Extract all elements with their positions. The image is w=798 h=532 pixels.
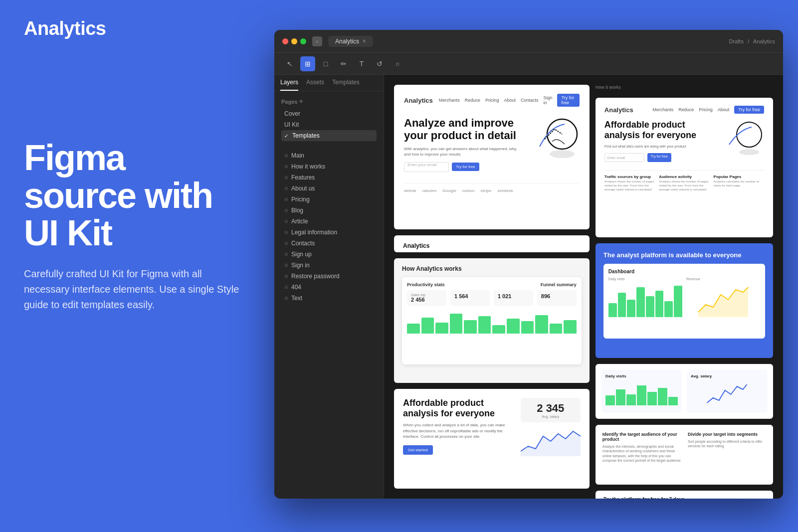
layer-pricing[interactable]: ⊞ Pricing — [281, 194, 377, 205]
divide-title: Divide your target into segments — [688, 432, 766, 437]
close-dot[interactable] — [282, 38, 288, 44]
page-templates[interactable]: ✓ Templates — [281, 130, 377, 141]
email-input[interactable]: Enter your email — [404, 162, 449, 172]
right-hero-card: Analytics Merchants Reduce Pricing About… — [596, 98, 773, 237]
pmbar-3 — [627, 300, 635, 317]
maximize-dot[interactable] — [300, 38, 306, 44]
page-cover[interactable]: Cover — [281, 108, 377, 119]
features-content: Analytics Traffic sources by group Infor… — [394, 235, 590, 252]
pen-tool[interactable]: ✏ — [336, 56, 351, 71]
salary-svg — [691, 380, 763, 405]
logo-google: Google — [442, 188, 456, 193]
grid-icon-11: ⊞ — [284, 263, 288, 268]
stat-1: Sales top 2 456 — [407, 290, 446, 306]
stat-2: 1 564 — [450, 290, 490, 306]
layer-contacts[interactable]: ⊞ Contacts — [281, 238, 377, 249]
mf3-desc: Analytics calculates the number of views… — [714, 180, 764, 188]
layer-signin[interactable]: ⊞ Sign in — [281, 260, 377, 271]
bar-12 — [564, 320, 577, 334]
tab-templates[interactable]: Templates — [332, 79, 360, 91]
layer-contacts-label: Contacts — [291, 240, 315, 247]
preview-column-left: Analytics Merchants Reduce Pricing About… — [394, 85, 590, 489]
scbar-7 — [668, 397, 678, 406]
mf3-title: Popular Pages — [714, 175, 764, 179]
right-try-btn[interactable]: Try for free — [647, 153, 671, 162]
figma-tab[interactable]: Analytics ✕ — [328, 36, 373, 47]
try-button[interactable]: Try for free — [452, 163, 479, 171]
layer-legal-label: Legal information — [291, 229, 337, 236]
pmbar-2 — [618, 293, 626, 317]
analytics-breadcrumb: Analytics — [753, 38, 775, 44]
tab-layers[interactable]: Layers — [280, 79, 298, 91]
layer-how-it-works[interactable]: ⊞ How it works — [281, 161, 377, 172]
right-hero-sub: Find out what sites users are doing with… — [604, 144, 718, 149]
platform-card: The analyst platform is available to eve… — [596, 243, 773, 358]
svg-point-2 — [737, 122, 762, 147]
bar-6 — [478, 316, 491, 334]
preview-features-card: Analytics Traffic sources by group Infor… — [394, 235, 590, 252]
mini-feat-3: Popular Pages Analytics calculates the n… — [714, 175, 764, 191]
platform-bars-row: Daily visits — [608, 277, 760, 327]
tab-label: Analytics — [335, 38, 359, 45]
move-tool[interactable]: ↖ — [282, 56, 297, 71]
sc-daily-title: Daily visits — [605, 374, 678, 378]
layer-features-label: Features — [291, 174, 315, 181]
right-hero-inner: Analytics Merchants Reduce Pricing About… — [596, 98, 773, 200]
affordable-inner: Affordable product analysis for everyone… — [394, 389, 590, 489]
divide-desc: Sort people according to different crite… — [688, 439, 766, 449]
pmbar-1 — [608, 303, 617, 317]
hand-tool[interactable]: ↺ — [372, 56, 387, 71]
layer-article[interactable]: ⊞ Article — [281, 216, 377, 227]
layer-about[interactable]: ⊞ About us — [281, 183, 377, 194]
layer-features[interactable]: ⊞ Features — [281, 172, 377, 183]
bar-11 — [550, 324, 563, 334]
card-logo: Analytics — [404, 97, 433, 104]
right-hero-heading: Affordable product analysis for everyone — [604, 120, 718, 140]
layer-blog-label: Blog — [291, 207, 303, 214]
comment-tool[interactable]: ○ — [390, 56, 405, 71]
get-started-button[interactable]: Get started — [403, 445, 433, 455]
prod-stats-label: Productivity stats — [407, 282, 445, 287]
rnav-2: Reduce — [678, 107, 694, 112]
shape-tool[interactable]: □ — [318, 56, 333, 71]
left-panel: Analytics Figma source with UI Kit Caref… — [0, 0, 269, 532]
card-hero-text: Analyze and improve your product in deta… — [404, 117, 522, 176]
tab-assets[interactable]: Assets — [306, 79, 324, 91]
bar-3 — [435, 323, 448, 334]
scbar-6 — [658, 388, 667, 405]
logo-zendesk: zendesk — [497, 188, 513, 193]
canvas-content: Analytics Merchants Reduce Pricing About… — [384, 75, 783, 499]
text-tool[interactable]: T — [354, 56, 369, 71]
minimize-dot[interactable] — [291, 38, 297, 44]
stat-1-value: 2 456 — [411, 297, 442, 303]
bar-10 — [535, 315, 548, 334]
mf2-desc: Analytics shows the number of pages visi… — [659, 180, 709, 191]
layer-blog[interactable]: ⊞ Blog — [281, 205, 377, 216]
layer-restore[interactable]: ⊞ Restore password — [281, 271, 377, 282]
layer-text[interactable]: ⊞ Text — [281, 293, 377, 304]
nav-merchants: Merchants — [439, 98, 460, 103]
layer-signup-label: Sign up — [291, 251, 312, 258]
stat-2-value: 1 564 — [454, 293, 486, 299]
tab-close-icon[interactable]: ✕ — [362, 38, 366, 44]
right-email-input[interactable]: Enter email — [604, 153, 644, 162]
grid-icon-8: ⊞ — [284, 230, 288, 235]
bar-9 — [521, 321, 534, 334]
scbar-4 — [637, 385, 646, 405]
layer-main[interactable]: ⊞ Main — [281, 150, 377, 161]
main-heading: Figma source with UI Kit — [24, 139, 245, 252]
add-page-icon[interactable]: + — [299, 97, 303, 105]
platform-dash-title: Dashboard — [608, 269, 760, 274]
brand-title: Analytics — [24, 18, 245, 39]
figma-home-icon[interactable]: ⌂ — [312, 36, 322, 46]
card-sign-up: Try for free — [557, 94, 579, 107]
layer-signup[interactable]: ⊞ Sign up — [281, 249, 377, 260]
sidebar-tabs: Layers Assets Templates — [274, 75, 384, 91]
mf2-title: Audience activity — [659, 175, 709, 179]
layer-404[interactable]: ⊞ 404 — [281, 282, 377, 293]
stat-3-value: 1 021 — [498, 293, 529, 299]
grid-icon-6: ⊞ — [284, 208, 288, 213]
layer-legal[interactable]: ⊞ Legal information — [281, 227, 377, 238]
frame-tool[interactable]: ⊞ — [300, 56, 315, 71]
page-uikit[interactable]: UI Kit — [281, 119, 377, 130]
